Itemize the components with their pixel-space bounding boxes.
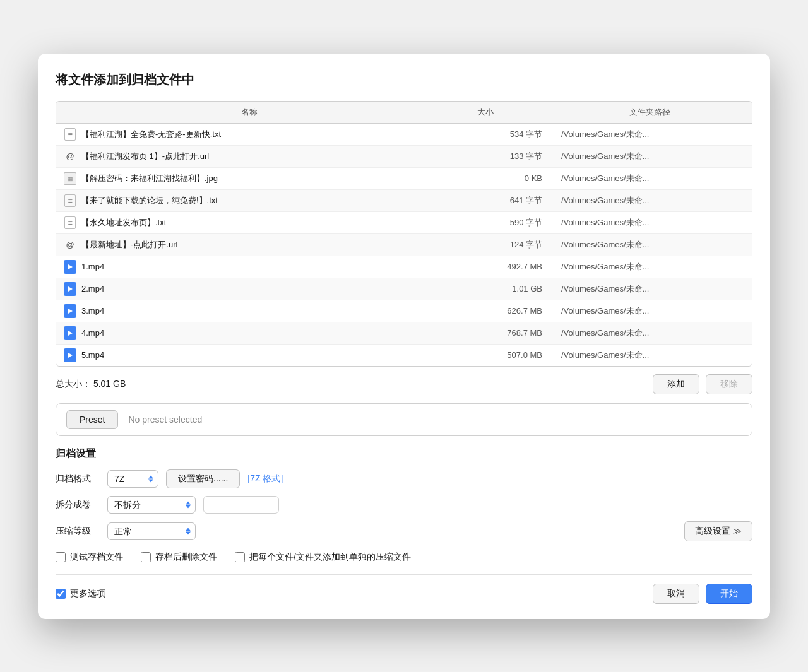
split-select-wrapper: 不拆分1 MB10 MB100 MB700 MB (CD)4.7 GB (DVD… bbox=[107, 496, 196, 514]
file-path-cell: /Volumes/Games/未命... bbox=[555, 173, 744, 184]
table-row[interactable]: 2.mp41.01 GB/Volumes/Games/未命... bbox=[56, 278, 752, 300]
file-path-cell: /Volumes/Games/未命... bbox=[555, 129, 744, 140]
file-icon-mp4 bbox=[64, 305, 76, 317]
file-icon-url: @ bbox=[64, 239, 76, 251]
compression-row: 压缩等级 无最快快速正常最大极限 高级设置 ≫ bbox=[56, 521, 752, 541]
file-size-cell: 641 字节 bbox=[416, 195, 555, 206]
file-size-cell: 590 字节 bbox=[416, 217, 555, 228]
separate-files-label[interactable]: 把每个文件/文件夹添加到单独的压缩文件 bbox=[235, 551, 411, 563]
file-name: 【福利江湖发布页 1】-点此打开.url bbox=[81, 151, 209, 162]
delete-after-checkbox[interactable] bbox=[141, 552, 151, 562]
file-size-cell: 768.7 MB bbox=[416, 328, 555, 338]
file-name: 【解压密码：来福利江湖找福利】.jpg bbox=[81, 173, 218, 184]
file-size-cell: 124 字节 bbox=[416, 239, 555, 251]
test-archive-checkbox[interactable] bbox=[56, 552, 66, 562]
split-value-input[interactable] bbox=[203, 496, 279, 514]
test-archive-text: 测试存档文件 bbox=[70, 551, 123, 563]
compression-select[interactable]: 无最快快速正常最大极限 bbox=[107, 522, 196, 540]
file-icon-txt: ≡ bbox=[64, 216, 76, 229]
preset-button[interactable]: Preset bbox=[66, 410, 118, 429]
format-label: 归档格式 bbox=[56, 473, 100, 485]
table-row[interactable]: ≡【福利江湖】全免费-无套路-更新快.txt534 字节/Volumes/Gam… bbox=[56, 124, 752, 146]
table-row[interactable]: ≡【来了就能下载的论坛，纯免费!】.txt641 字节/Volumes/Game… bbox=[56, 190, 752, 212]
more-options-text: 更多选项 bbox=[70, 588, 105, 599]
file-name: 【最新地址】-点此打开.url bbox=[81, 239, 177, 251]
format-link[interactable]: [7Z 格式] bbox=[247, 473, 283, 485]
file-path-cell: /Volumes/Games/未命... bbox=[555, 283, 744, 295]
split-select[interactable]: 不拆分1 MB10 MB100 MB700 MB (CD)4.7 GB (DVD… bbox=[107, 496, 196, 514]
file-name: 【福利江湖】全免费-无套路-更新快.txt bbox=[81, 129, 221, 140]
advanced-button[interactable]: 高级设置 ≫ bbox=[684, 521, 752, 541]
header-size: 大小 bbox=[416, 107, 555, 118]
file-name-cell: @【福利江湖发布页 1】-点此打开.url bbox=[64, 150, 416, 163]
file-size-cell: 0 KB bbox=[416, 174, 555, 183]
preset-no-selection-text: No preset selected bbox=[128, 415, 202, 425]
file-path-cell: /Volumes/Games/未命... bbox=[555, 305, 744, 317]
file-name-cell: ≡【永久地址发布页】.txt bbox=[64, 216, 416, 229]
file-name-cell: 1.mp4 bbox=[64, 261, 416, 273]
file-name: 3.mp4 bbox=[81, 306, 104, 315]
preset-bar: Preset No preset selected bbox=[56, 403, 752, 436]
table-row[interactable]: ▦【解压密码：来福利江湖找福利】.jpg0 KB/Volumes/Games/未… bbox=[56, 168, 752, 190]
footer-row: 更多选项 取消 开始 bbox=[56, 584, 752, 604]
split-label: 拆分成卷 bbox=[56, 499, 100, 510]
file-name-cell: ▦【解压密码：来福利江湖找福利】.jpg bbox=[64, 172, 416, 185]
file-size-cell: 133 字节 bbox=[416, 151, 555, 162]
test-archive-label[interactable]: 测试存档文件 bbox=[56, 551, 123, 563]
file-icon-txt: ≡ bbox=[64, 194, 76, 207]
footer-buttons: 取消 开始 bbox=[653, 584, 752, 604]
format-select-wrapper: 7ZZIPTARGZipBZip2XZ bbox=[107, 470, 158, 488]
format-select[interactable]: 7ZZIPTARGZipBZip2XZ bbox=[107, 470, 158, 488]
file-icon-mp4 bbox=[64, 283, 76, 295]
file-size-cell: 626.7 MB bbox=[416, 306, 555, 315]
settings-grid: 归档格式 7ZZIPTARGZipBZip2XZ 设置密码...... [7Z … bbox=[56, 469, 752, 541]
file-name: 2.mp4 bbox=[81, 284, 104, 293]
file-name-cell: 4.mp4 bbox=[64, 327, 416, 339]
start-button[interactable]: 开始 bbox=[706, 584, 752, 604]
file-size-cell: 1.01 GB bbox=[416, 284, 555, 293]
file-path-cell: /Volumes/Games/未命... bbox=[555, 350, 744, 361]
table-row[interactable]: 3.mp4626.7 MB/Volumes/Games/未命... bbox=[56, 300, 752, 322]
total-size: 总大小： 5.01 GB bbox=[56, 379, 653, 390]
add-button[interactable]: 添加 bbox=[653, 374, 699, 394]
file-name: 【永久地址发布页】.txt bbox=[81, 217, 166, 228]
file-name: 1.mp4 bbox=[81, 262, 104, 271]
file-path-cell: /Volumes/Games/未命... bbox=[555, 327, 744, 339]
file-icon-url: @ bbox=[64, 150, 76, 163]
file-path-cell: /Volumes/Games/未命... bbox=[555, 239, 744, 251]
file-name-cell: ≡【来了就能下载的论坛，纯免费!】.txt bbox=[64, 194, 416, 207]
file-name-cell: @【最新地址】-点此打开.url bbox=[64, 239, 416, 251]
password-button[interactable]: 设置密码...... bbox=[166, 469, 240, 488]
delete-after-label[interactable]: 存档后删除文件 bbox=[141, 551, 217, 563]
more-options-label[interactable]: 更多选项 bbox=[56, 588, 105, 599]
bottom-bar: 总大小： 5.01 GB 添加 移除 bbox=[56, 374, 752, 394]
table-row[interactable]: 1.mp4492.7 MB/Volumes/Games/未命... bbox=[56, 256, 752, 278]
split-row: 拆分成卷 不拆分1 MB10 MB100 MB700 MB (CD)4.7 GB… bbox=[56, 496, 752, 514]
file-icon-mp4 bbox=[64, 327, 76, 339]
file-icon-mp4 bbox=[64, 261, 76, 273]
table-row[interactable]: @【最新地址】-点此打开.url124 字节/Volumes/Games/未命.… bbox=[56, 234, 752, 256]
format-row: 归档格式 7ZZIPTARGZipBZip2XZ 设置密码...... [7Z … bbox=[56, 469, 752, 488]
file-name-cell: 2.mp4 bbox=[64, 283, 416, 295]
compression-select-wrapper: 无最快快速正常最大极限 bbox=[107, 522, 196, 540]
checkboxes-row: 测试存档文件 存档后删除文件 把每个文件/文件夹添加到单独的压缩文件 bbox=[56, 551, 752, 563]
file-name: 4.mp4 bbox=[81, 328, 104, 338]
delete-after-text: 存档后删除文件 bbox=[155, 551, 217, 563]
remove-button[interactable]: 移除 bbox=[706, 374, 752, 394]
table-row[interactable]: ≡【永久地址发布页】.txt590 字节/Volumes/Games/未命... bbox=[56, 212, 752, 234]
table-row[interactable]: @【福利江湖发布页 1】-点此打开.url133 字节/Volumes/Game… bbox=[56, 146, 752, 168]
file-icon-txt: ≡ bbox=[64, 128, 76, 141]
table-row[interactable]: 5.mp4507.0 MB/Volumes/Games/未命... bbox=[56, 345, 752, 366]
file-path-cell: /Volumes/Games/未命... bbox=[555, 195, 744, 206]
header-name: 名称 bbox=[64, 107, 416, 118]
file-path-cell: /Volumes/Games/未命... bbox=[555, 217, 744, 228]
file-table-container: 名称 大小 文件夹路径 ≡【福利江湖】全免费-无套路-更新快.txt534 字节… bbox=[56, 101, 752, 367]
file-size-cell: 534 字节 bbox=[416, 129, 555, 140]
action-buttons: 添加 移除 bbox=[653, 374, 752, 394]
table-row[interactable]: 4.mp4768.7 MB/Volumes/Games/未命... bbox=[56, 322, 752, 345]
compression-label: 压缩等级 bbox=[56, 526, 100, 537]
separate-files-checkbox[interactable] bbox=[235, 552, 245, 562]
cancel-button[interactable]: 取消 bbox=[653, 584, 699, 604]
more-options-checkbox[interactable] bbox=[56, 589, 66, 599]
file-icon-mp4 bbox=[64, 349, 76, 362]
